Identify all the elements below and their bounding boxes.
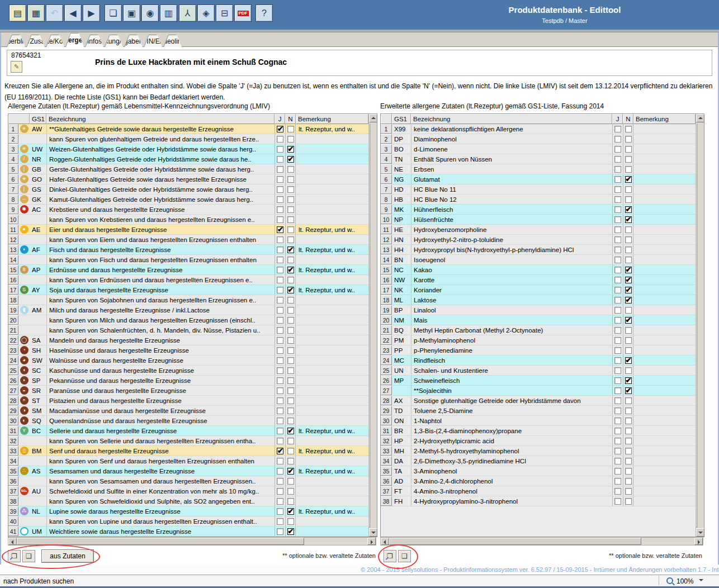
- checkbox-n[interactable]: [287, 518, 294, 525]
- table-row[interactable]: 11HEHydroxybenzomorpholine: [381, 225, 704, 235]
- tab-zutaten-zusatzstoffe[interactable]: Zutaten/Zusatzstoffe: [26, 35, 44, 47]
- table-row[interactable]: 28◓STPistazien und daraus hergestellte E…: [8, 396, 377, 406]
- table-row[interactable]: 4TNEnthält Spuren von Nüssen: [381, 154, 704, 164]
- checkbox-j[interactable]: [614, 236, 621, 243]
- table-view-button[interactable]: ▦: [27, 4, 45, 22]
- checkbox-j[interactable]: [614, 126, 621, 132]
- scroll-right-button[interactable]: [694, 538, 703, 545]
- checkbox-n[interactable]: [625, 317, 632, 324]
- table-row[interactable]: 8HBHC Blue No 12: [381, 195, 704, 205]
- tab-gtin-ean[interactable]: GTIN/EAN: [144, 35, 162, 47]
- checkbox-n[interactable]: [625, 418, 632, 424]
- checkbox-n[interactable]: [287, 478, 294, 485]
- checkbox-j[interactable]: [277, 438, 283, 444]
- copy-all-right-button[interactable]: ❏: [398, 550, 411, 562]
- checkbox-n[interactable]: [625, 478, 632, 485]
- checkbox-j[interactable]: [614, 448, 621, 454]
- tab-nährwerte-kostformen[interactable]: Nährwerte/Kostformen: [46, 35, 64, 47]
- checkbox-j[interactable]: [277, 226, 283, 233]
- checkbox-n[interactable]: [287, 126, 294, 132]
- checkbox-n[interactable]: [287, 186, 294, 193]
- table-row[interactable]: 3✳UWWeizen-Glutenhaltiges Getreide oder …: [8, 144, 377, 154]
- tab-infos[interactable]: Infos: [85, 35, 103, 47]
- checkbox-j[interactable]: [277, 407, 283, 414]
- checkbox-j[interactable]: [614, 438, 621, 444]
- checkbox-j[interactable]: [614, 418, 621, 424]
- checkbox-n[interactable]: [625, 226, 632, 233]
- checkbox-j[interactable]: [277, 186, 283, 193]
- product-search-button[interactable]: ▤: [9, 4, 26, 22]
- checkbox-n[interactable]: [287, 297, 294, 304]
- save-button[interactable]: ▣: [123, 4, 140, 22]
- table-row[interactable]: 1✳AW**Glutenhaltiges Getreide sowie dara…: [8, 124, 377, 134]
- table-row[interactable]: 27**Sojalecithin: [381, 386, 704, 396]
- table-row[interactable]: 13HHHydroxypropyl bis(N-hydroxyethyl-p-p…: [381, 245, 704, 255]
- checkbox-n[interactable]: [287, 156, 294, 163]
- table-row[interactable]: 7|GSDinkel-Glutenhaltiges Getreide oder …: [8, 184, 377, 195]
- table-row[interactable]: 36AD3-Amino-2,4-dichlorophenol: [381, 476, 704, 486]
- checkbox-n[interactable]: [287, 468, 294, 475]
- table-row[interactable]: 19▮AMMilch und daraus hergestellte Erzeu…: [8, 305, 377, 315]
- export-button[interactable]: ◈: [197, 4, 215, 22]
- table-row[interactable]: 26◗SPPekannüsse und daraus hergestellte …: [8, 376, 377, 386]
- table-row[interactable]: 32kann Spuren von Sellerie und daraus he…: [8, 436, 377, 446]
- table-row[interactable]: 12HNHydroxyethyl-2-nitro-p-toluidine: [381, 235, 704, 245]
- tab-videolinks[interactable]: Videolinks: [163, 35, 181, 47]
- checkbox-j[interactable]: [277, 206, 283, 213]
- checkbox-j[interactable]: [614, 498, 621, 505]
- scrollbar-thumb[interactable]: [696, 123, 697, 528]
- checkbox-j[interactable]: [277, 156, 283, 163]
- checkbox-j[interactable]: [614, 257, 621, 263]
- table-row[interactable]: 18kann Spuren von Sojabohnen und daraus …: [8, 295, 377, 305]
- table-row[interactable]: 27◒SRParanüsse und daraus hergestellte E…: [8, 386, 377, 396]
- column-header[interactable]: N: [623, 114, 633, 124]
- checkbox-j[interactable]: [277, 448, 283, 454]
- zoom-level[interactable]: 100%: [677, 577, 694, 585]
- checkbox-n[interactable]: [625, 327, 632, 334]
- table-row[interactable]: 14kann Spuren von Fisch und daraus herge…: [8, 255, 377, 265]
- table-row[interactable]: 26MPSchweinefleisch: [381, 376, 704, 386]
- checkbox-j[interactable]: [277, 236, 283, 243]
- checkbox-n[interactable]: [287, 176, 294, 183]
- table-row[interactable]: 38FH4-Hydroxypropylamino-3-nitrophenol: [381, 496, 704, 506]
- checkbox-j[interactable]: [277, 357, 283, 364]
- checkbox-j[interactable]: [614, 186, 621, 193]
- checkbox-n[interactable]: [287, 246, 294, 253]
- scrollbar-thumb[interactable]: [369, 123, 370, 528]
- checkbox-n[interactable]: [625, 186, 632, 193]
- checkbox-j[interactable]: [614, 216, 621, 223]
- checkbox-n[interactable]: [287, 257, 294, 263]
- table-row[interactable]: 9MKHühnerfleisch: [381, 205, 704, 215]
- new-document-button[interactable]: ❏: [105, 4, 122, 22]
- checkbox-j[interactable]: [277, 518, 283, 525]
- table-row[interactable]: 6NGGlutamat: [381, 174, 704, 184]
- checkbox-n[interactable]: [625, 277, 632, 283]
- checkbox-j[interactable]: [277, 257, 283, 263]
- checkbox-n[interactable]: [287, 337, 294, 344]
- table-row[interactable]: 25UNSchalen- und Krustentiere: [381, 366, 704, 376]
- checkbox-n[interactable]: [287, 166, 294, 173]
- table-row[interactable]: 37FT4-Amino-3-nitrophenol: [381, 486, 704, 496]
- left-table-hscrollbar[interactable]: [8, 537, 376, 546]
- checkbox-j[interactable]: [614, 196, 621, 203]
- checkbox-j[interactable]: [614, 347, 621, 354]
- aus-zutaten-button[interactable]: aus Zutaten: [41, 549, 94, 563]
- scroll-up-button[interactable]: [696, 114, 704, 122]
- checkbox-n[interactable]: [625, 367, 632, 374]
- column-header[interactable]: J: [275, 114, 285, 124]
- column-header[interactable]: Bezeichnung: [46, 114, 275, 124]
- table-row[interactable]: 33▯BMSenf und daraus hergestellte Erzeug…: [8, 446, 377, 456]
- checkbox-n[interactable]: [287, 377, 294, 384]
- table-row[interactable]: 41UMWeichtiere sowie daraus hergestellte…: [8, 527, 377, 537]
- column-header[interactable]: GS1: [392, 114, 411, 124]
- checkbox-j[interactable]: [614, 267, 621, 273]
- table-row[interactable]: 5|GBGerste-Glutenhaltiges Getreide oder …: [8, 164, 377, 174]
- checkbox-j[interactable]: [277, 287, 283, 293]
- table-row[interactable]: 13◗AFFisch und daraus hergestellte Erzeu…: [8, 245, 377, 255]
- column-header[interactable]: J: [612, 114, 623, 124]
- checkbox-n[interactable]: [287, 428, 294, 434]
- checkbox-j[interactable]: [614, 297, 621, 304]
- checkbox-j[interactable]: [614, 327, 621, 334]
- scroll-right-button[interactable]: [367, 538, 376, 545]
- table-row[interactable]: 23◔SHHaselnüsse und daraus hergestellte …: [8, 345, 377, 355]
